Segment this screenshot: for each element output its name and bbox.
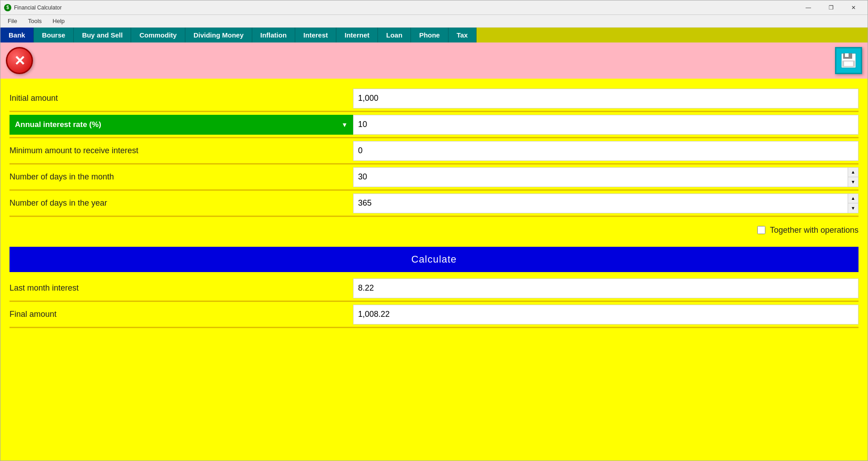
- tab-loan[interactable]: Loan: [378, 28, 411, 42]
- days-month-row: Number of days in the month ▲ ▼: [9, 165, 859, 191]
- menu-bar: File Tools Help: [0, 15, 868, 28]
- calculate-button[interactable]: Calculate: [9, 247, 859, 272]
- svg-rect-4: [844, 61, 853, 66]
- menu-help[interactable]: Help: [47, 16, 70, 26]
- days-month-spinner: ▲ ▼: [353, 167, 859, 187]
- form-content: Initial amount Annual interest rate (%) …: [0, 79, 868, 461]
- tab-dividing-money[interactable]: Dividing Money: [185, 28, 252, 42]
- clear-icon: ✕: [14, 53, 25, 69]
- main-window: $ Financial Calculator — ❐ ✕ File Tools …: [0, 0, 868, 461]
- title-bar-left: $ Financial Calculator: [4, 4, 61, 11]
- days-month-increment[interactable]: ▲: [848, 168, 858, 178]
- days-year-label: Number of days in the year: [9, 195, 353, 212]
- tab-internet[interactable]: Internet: [336, 28, 378, 42]
- tab-buy-and-sell[interactable]: Buy and Sell: [74, 28, 131, 42]
- days-year-spin-buttons: ▲ ▼: [848, 193, 859, 213]
- initial-amount-label: Initial amount: [9, 90, 353, 107]
- together-label-wrapper: Together with operations: [757, 226, 859, 235]
- tab-inflation[interactable]: Inflation: [252, 28, 295, 42]
- days-month-spin-buttons: ▲ ▼: [848, 167, 859, 187]
- annual-rate-input[interactable]: [353, 115, 859, 135]
- days-year-row: Number of days in the year ▲ ▼: [9, 191, 859, 217]
- initial-amount-row: Initial amount: [9, 86, 859, 112]
- annual-rate-row: Annual interest rate (%) ▼: [9, 112, 859, 138]
- window-controls: — ❐ ✕: [798, 1, 864, 14]
- min-amount-label: Minimum amount to receive interest: [9, 142, 353, 159]
- save-button[interactable]: [835, 47, 862, 74]
- menu-tools[interactable]: Tools: [23, 16, 47, 26]
- calculate-row: Calculate: [9, 247, 859, 272]
- days-month-input[interactable]: [353, 167, 848, 187]
- clear-button[interactable]: ✕: [6, 47, 33, 74]
- min-amount-row: Minimum amount to receive interest: [9, 138, 859, 165]
- tab-interest[interactable]: Interest: [295, 28, 336, 42]
- tab-bourse[interactable]: Bourse: [34, 28, 74, 42]
- days-month-label: Number of days in the month: [9, 169, 353, 185]
- menu-file[interactable]: File: [2, 16, 23, 26]
- days-year-increment[interactable]: ▲: [848, 194, 858, 204]
- window-close-button[interactable]: ✕: [843, 1, 864, 14]
- final-amount-input[interactable]: [353, 305, 859, 325]
- final-amount-label: Final amount: [9, 306, 353, 323]
- last-month-interest-row: Last month interest: [9, 276, 859, 302]
- initial-amount-input[interactable]: [353, 89, 859, 108]
- last-month-interest-label: Last month interest: [9, 280, 353, 296]
- together-label: Together with operations: [770, 226, 859, 235]
- tab-bank[interactable]: Bank: [0, 28, 34, 42]
- tab-phone[interactable]: Phone: [411, 28, 448, 42]
- maximize-button[interactable]: ❐: [821, 1, 841, 14]
- app-icon: $: [4, 4, 11, 11]
- together-row: Together with operations: [9, 217, 859, 243]
- toolbar: ✕: [0, 42, 868, 79]
- annual-rate-dropdown[interactable]: Annual interest rate (%): [9, 115, 353, 135]
- tab-commodity[interactable]: Commodity: [131, 28, 185, 42]
- min-amount-input[interactable]: [353, 141, 859, 161]
- svg-rect-2: [845, 53, 849, 57]
- minimize-button[interactable]: —: [798, 1, 819, 14]
- together-checkbox[interactable]: [757, 226, 765, 234]
- save-icon: [840, 52, 857, 69]
- days-year-spinner: ▲ ▼: [353, 193, 859, 213]
- last-month-interest-input[interactable]: [353, 278, 859, 298]
- days-year-input[interactable]: [353, 193, 848, 213]
- title-bar: $ Financial Calculator — ❐ ✕: [0, 0, 868, 15]
- annual-rate-dropdown-wrapper: Annual interest rate (%) ▼: [9, 115, 353, 135]
- days-year-decrement[interactable]: ▼: [848, 203, 858, 213]
- window-title: Financial Calculator: [14, 5, 61, 11]
- tabs-bar: Bank Bourse Buy and Sell Commodity Divid…: [0, 28, 868, 42]
- tab-tax[interactable]: Tax: [448, 28, 476, 42]
- days-month-decrement[interactable]: ▼: [848, 177, 858, 187]
- final-amount-row: Final amount: [9, 302, 859, 328]
